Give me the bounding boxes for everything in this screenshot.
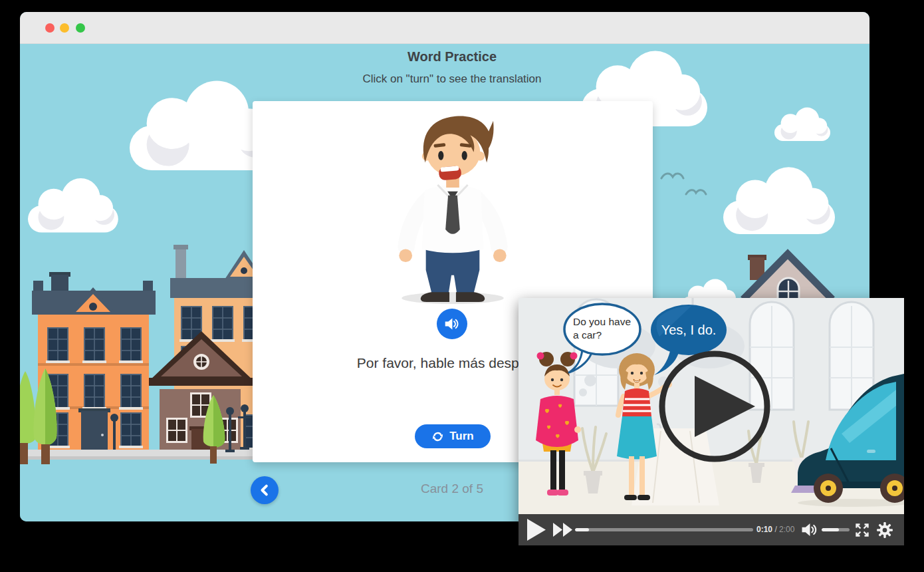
minimize-window-button[interactable] [60, 23, 69, 33]
refresh-icon [431, 430, 444, 443]
fullscreen-button[interactable] [854, 522, 870, 538]
volume-slider[interactable] [822, 528, 850, 531]
speech-bubble-answer: Yes, I do. [651, 323, 726, 338]
question-line1: Do you have [573, 315, 637, 329]
play-ring-icon [656, 348, 773, 465]
video-player: Do you have a car? Yes, I do. 0:1 [519, 298, 904, 545]
video-control-bar: 0:10 / 2:00 [519, 514, 904, 545]
settings-button[interactable] [876, 521, 893, 539]
time-separator: / [774, 525, 776, 534]
close-window-button[interactable] [45, 23, 55, 33]
progress-bar[interactable] [575, 528, 753, 531]
previous-card-button[interactable] [251, 476, 279, 504]
expand-window-button[interactable] [76, 23, 85, 33]
volume-fill [822, 528, 839, 531]
time-display: 0:10 / 2:00 [756, 525, 803, 534]
progress-fill [575, 528, 589, 531]
audio-button[interactable] [437, 309, 467, 339]
current-time: 0:10 [756, 525, 772, 534]
chevron-left-icon [255, 480, 275, 500]
turn-button-label: Turn [449, 430, 474, 443]
businessman-illustration [390, 106, 516, 306]
question-line2: a car? [573, 329, 637, 342]
screenshot-stage: Word Practice Click on "turn" to see the… [0, 0, 924, 572]
speech-bubble-question: Do you have a car? [573, 315, 637, 342]
video-play-overlay-button[interactable] [656, 348, 773, 465]
turn-button[interactable]: Turn [415, 424, 491, 448]
window-titlebar [20, 12, 869, 44]
volume-button[interactable] [800, 522, 819, 537]
card-counter: Card 2 of 5 [369, 482, 535, 496]
fast-forward-button[interactable] [553, 523, 573, 537]
speaker-icon [444, 317, 460, 331]
duration: 2:00 [779, 525, 794, 534]
play-button[interactable] [527, 519, 546, 541]
page-title: Word Practice [286, 49, 618, 65]
page-subtitle: Click on "turn" to see the translation [286, 72, 618, 86]
